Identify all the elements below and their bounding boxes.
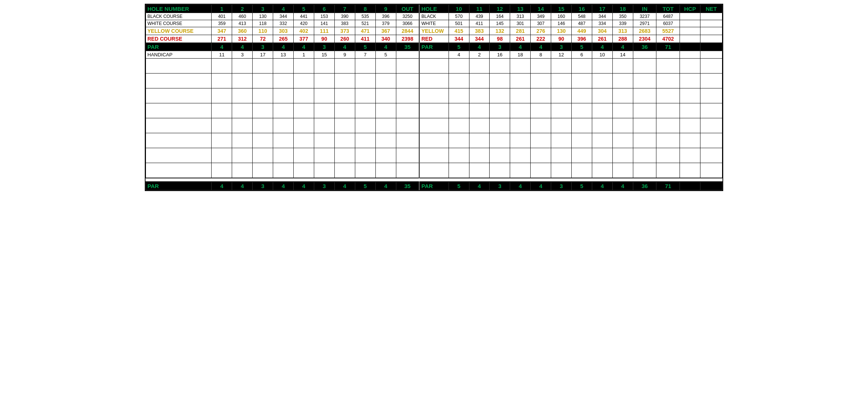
par-hcp [680, 43, 700, 51]
yellow-hole-label: YELLOW [419, 27, 449, 35]
yellow-h3: 110 [253, 27, 273, 35]
par-h4: 4 [273, 43, 294, 51]
red-h3: 72 [253, 35, 273, 43]
header-out: OUT [396, 5, 419, 13]
header-h9: 9 [375, 5, 396, 13]
yellow-h16: 449 [572, 27, 592, 35]
header-h16: 16 [572, 5, 592, 13]
par-bottom-h16: 5 [572, 182, 592, 190]
black-tot: 6487 [656, 13, 680, 20]
score-row-7[interactable] [146, 148, 722, 163]
hdcp-h5: 1 [294, 51, 314, 59]
header-h1: 1 [212, 5, 232, 13]
white-h10: 501 [449, 20, 469, 27]
par-h8: 5 [355, 43, 375, 51]
yellow-h13: 281 [510, 27, 531, 35]
hdcp-h7: 9 [334, 51, 355, 59]
header-h12: 12 [490, 5, 510, 13]
red-h13: 261 [510, 35, 531, 43]
par-h15: 3 [551, 43, 572, 51]
header-label: HOLE NUMBER [146, 5, 212, 13]
red-h17: 261 [592, 35, 612, 43]
header-h4: 4 [273, 5, 294, 13]
black-h18: 350 [612, 13, 633, 20]
yellow-h4: 303 [273, 27, 294, 35]
header-h10: 10 [449, 5, 469, 13]
black-h17: 344 [592, 13, 612, 20]
white-h12: 145 [490, 20, 510, 27]
score-row-5[interactable] [146, 118, 722, 133]
par-h12: 3 [490, 43, 510, 51]
black-h15: 160 [551, 13, 572, 20]
red-h15: 90 [551, 35, 572, 43]
par-bottom-h10: 5 [449, 182, 469, 190]
hdcp-hole-label [419, 51, 449, 59]
hdcp-h16: 6 [572, 51, 592, 59]
black-hole-label: BLACK [419, 13, 449, 20]
black-h7: 390 [334, 13, 355, 20]
par-out: 35 [396, 43, 419, 51]
par-h2: 4 [232, 43, 253, 51]
white-h4: 332 [273, 20, 294, 27]
par-bottom-h2: 4 [232, 182, 253, 190]
red-h12: 98 [490, 35, 510, 43]
white-h16: 487 [572, 20, 592, 27]
yellow-h1: 347 [212, 27, 232, 35]
red-h1: 271 [212, 35, 232, 43]
scorecard: HOLE NUMBER 1 2 3 4 5 6 7 8 9 OUT HOLE 1… [145, 4, 723, 191]
par-bottom-h3: 3 [253, 182, 273, 190]
white-label: WHITE COURSE [146, 20, 212, 27]
yellow-h15: 130 [551, 27, 572, 35]
par-bottom-h9: 4 [375, 182, 396, 190]
score-row-8[interactable] [146, 163, 722, 178]
hdcp-net [700, 51, 722, 59]
white-out: 3066 [396, 20, 419, 27]
white-hole-label: WHITE [419, 20, 449, 27]
white-h5: 420 [294, 20, 314, 27]
par-bottom-h15: 3 [551, 182, 572, 190]
par-bottom-h13: 4 [510, 182, 531, 190]
red-h14: 222 [531, 35, 551, 43]
white-net [700, 20, 722, 27]
par-bottom-h11: 4 [469, 182, 490, 190]
yellow-course-row: YELLOW COURSE 347 360 110 303 402 111 37… [146, 27, 722, 35]
hdcp-h13: 18 [510, 51, 531, 59]
header-h14: 14 [531, 5, 551, 13]
yellow-tot: 5527 [656, 27, 680, 35]
hdcp-h4: 13 [273, 51, 294, 59]
red-h4: 265 [273, 35, 294, 43]
hdcp-hcp [680, 51, 700, 59]
par-h18: 4 [612, 43, 633, 51]
red-h16: 396 [572, 35, 592, 43]
header-h15: 15 [551, 5, 572, 13]
header-hole: HOLE [419, 5, 449, 13]
hdcp-h15: 12 [551, 51, 572, 59]
black-h1: 401 [212, 13, 232, 20]
black-in: 3237 [633, 13, 656, 20]
yellow-hcp [680, 27, 700, 35]
par-bottom-hcp [680, 182, 700, 190]
white-h15: 146 [551, 20, 572, 27]
par-bottom-h17: 4 [592, 182, 612, 190]
yellow-h8: 471 [355, 27, 375, 35]
header-hcp: HCP [680, 5, 700, 13]
white-h9: 379 [375, 20, 396, 27]
hdcp-h8: 7 [355, 51, 375, 59]
red-h5: 377 [294, 35, 314, 43]
score-row-6[interactable] [146, 133, 722, 148]
yellow-h7: 373 [334, 27, 355, 35]
score-row-4[interactable] [146, 103, 722, 118]
score-row-2[interactable] [146, 74, 722, 88]
white-h11: 411 [469, 20, 490, 27]
red-label: RED COURSE [146, 35, 212, 43]
hdcp-out [396, 51, 419, 59]
yellow-h2: 360 [232, 27, 253, 35]
black-hcp [680, 13, 700, 20]
par-bottom-h6: 3 [314, 182, 334, 190]
hdcp-h1: 11 [212, 51, 232, 59]
score-row-3[interactable] [146, 88, 722, 103]
yellow-h6: 111 [314, 27, 334, 35]
red-hole-label: RED [419, 35, 449, 43]
score-row-1[interactable] [146, 59, 722, 74]
yellow-h11: 383 [469, 27, 490, 35]
